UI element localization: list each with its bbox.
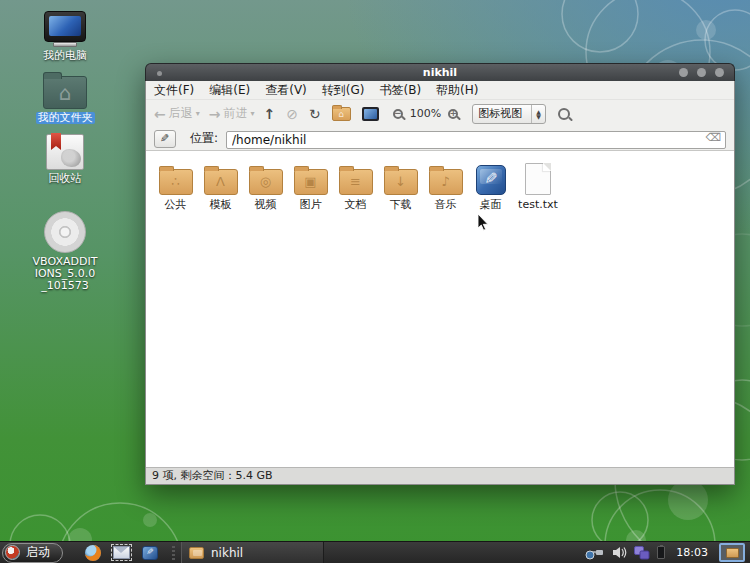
- file-item[interactable]: ✎ 桌面: [468, 159, 513, 211]
- task-button-nikhil[interactable]: nikhil: [181, 542, 324, 563]
- folder-icon: ∴: [159, 169, 193, 195]
- downloads-emblem-icon: ↓: [395, 175, 406, 188]
- menu-go[interactable]: 转到(G): [322, 82, 365, 99]
- zoom-in-button[interactable]: +: [448, 109, 458, 119]
- network-monitor-icon[interactable]: [634, 546, 650, 560]
- taskbar-separator: [172, 546, 175, 560]
- file-name: 公共: [165, 199, 187, 211]
- reload-button[interactable]: ↻: [309, 107, 321, 121]
- home-folder-icon: ⌂: [43, 76, 87, 109]
- recycle-bin-icon: [46, 134, 84, 170]
- file-name: 文档: [345, 199, 367, 211]
- desktop-shortcut-icon: ✎: [476, 165, 506, 195]
- file-view[interactable]: ∴ 公共 Λ 模板 ◎ 视频 ▣ 图片 ≡ 文档: [146, 151, 734, 467]
- location-label: 位置:: [190, 130, 218, 147]
- forward-button[interactable]: → 前进 ▾: [209, 105, 255, 122]
- back-history-dropdown[interactable]: ▾: [196, 109, 200, 118]
- home-button[interactable]: ⌂: [332, 107, 351, 121]
- up-button[interactable]: ↑: [264, 107, 276, 121]
- desktop-pager[interactable]: [719, 543, 745, 562]
- file-item[interactable]: ▣ 图片: [288, 159, 333, 211]
- zoom-level: 100%: [410, 107, 441, 120]
- quick-launch: ✎: [85, 545, 158, 561]
- desktop-icon-my-computer[interactable]: 我的电脑: [31, 11, 99, 62]
- home-icon: ⌂: [338, 108, 344, 118]
- menu-edit[interactable]: 编辑(E): [209, 82, 250, 99]
- desktop-icon-vbox-cd[interactable]: VBOXADDITIONS_5.0.0_101573: [31, 211, 99, 292]
- menu-view[interactable]: 查看(V): [265, 82, 307, 99]
- back-button[interactable]: ← 后退 ▾: [154, 105, 200, 122]
- folder-icon: ▣: [294, 169, 328, 195]
- firefox-launcher-icon[interactable]: [85, 545, 101, 561]
- file-name: 桌面: [480, 199, 502, 211]
- close-button[interactable]: [715, 68, 724, 77]
- network-icon[interactable]: [585, 546, 605, 560]
- back-arrow-icon: ←: [154, 107, 166, 121]
- pencil-emblem-icon: ✎: [484, 171, 497, 187]
- menu-file[interactable]: 文件(F): [154, 82, 194, 99]
- desktop-icon-recycle-bin[interactable]: 回收站: [31, 134, 99, 185]
- music-emblem-icon: ♪: [441, 175, 449, 188]
- start-logo-icon: [5, 545, 20, 560]
- location-input[interactable]: [226, 131, 726, 149]
- file-item[interactable]: ∴ 公共: [153, 159, 198, 211]
- window-title: nikhil: [423, 66, 457, 79]
- menu-bookmarks[interactable]: 书签(B): [379, 82, 421, 99]
- volume-icon[interactable]: [612, 546, 627, 559]
- location-bar: ✎ 位置: ⌫: [146, 127, 734, 151]
- file-item[interactable]: ↓ 下载: [378, 159, 423, 211]
- view-mode-spinner[interactable]: ▲▼: [531, 105, 545, 123]
- file-item[interactable]: ♪ 音乐: [423, 159, 468, 211]
- clear-location-icon[interactable]: ⌫: [705, 131, 721, 144]
- file-name: 图片: [300, 199, 322, 211]
- clock[interactable]: 18:03: [676, 546, 708, 559]
- video-emblem-icon: ◎: [260, 175, 271, 188]
- file-name: 模板: [210, 199, 232, 211]
- view-mode-select[interactable]: 图标视图 ▲▼: [472, 104, 546, 124]
- folder-icon: [189, 547, 204, 559]
- file-item[interactable]: ≡ 文档: [333, 159, 378, 211]
- taskbar: 启动 ✎ nikhil 18: [0, 541, 750, 563]
- maximize-button[interactable]: [697, 68, 706, 77]
- toggle-pathbar-button[interactable]: ✎: [154, 130, 176, 148]
- search-button[interactable]: [558, 108, 570, 120]
- window-titlebar[interactable]: nikhil: [145, 63, 735, 81]
- start-menu-button[interactable]: 启动: [2, 543, 63, 563]
- stop-button[interactable]: ⊘: [286, 107, 298, 121]
- desktop-icon-my-folder[interactable]: ⌂ 我的文件夹: [31, 72, 99, 124]
- desktop-icon-label: 我的电脑: [42, 50, 88, 62]
- documents-emblem-icon: ≡: [350, 175, 361, 188]
- file-item[interactable]: ◎ 视频: [243, 159, 288, 211]
- file-item[interactable]: test.txt: [513, 159, 563, 211]
- file-item[interactable]: Λ 模板: [198, 159, 243, 211]
- text-file-icon: [525, 163, 551, 195]
- templates-emblem-icon: Λ: [216, 175, 225, 188]
- battery-icon[interactable]: [657, 546, 665, 559]
- pictures-emblem-icon: ▣: [304, 175, 316, 188]
- desktop: 我的电脑 ⌂ 我的文件夹 回收站 VBOXADDITIONS_5.0.0_101…: [0, 0, 750, 563]
- window-menu-button[interactable]: [157, 71, 162, 76]
- file-name: 音乐: [435, 199, 457, 211]
- zoom-out-button[interactable]: −: [393, 109, 403, 119]
- mail-launcher-icon[interactable]: [113, 546, 130, 559]
- folder-icon: Λ: [204, 169, 238, 195]
- file-name: test.txt: [518, 199, 558, 211]
- minimize-button[interactable]: [679, 68, 688, 77]
- folder-icon: ≡: [339, 169, 373, 195]
- desktop-button[interactable]: [362, 107, 379, 121]
- folder-icon: [726, 548, 739, 558]
- statusbar: 9 项, 剩余空间：5.4 GB: [146, 467, 734, 484]
- system-tray: 18:03: [585, 543, 750, 562]
- desktop-icon-label: VBOXADDITIONS_5.0.0_101573: [31, 256, 99, 292]
- folder-icon: ↓: [384, 169, 418, 195]
- folder-icon: ◎: [249, 169, 283, 195]
- window-body: 文件(F) 编辑(E) 查看(V) 转到(G) 书签(B) 帮助(H) ← 后退…: [145, 81, 735, 485]
- toolbar: ← 后退 ▾ → 前进 ▾ ↑ ⊘ ↻ ⌂ − 100% + 图标视图: [146, 99, 734, 127]
- desktop-settings-launcher-icon[interactable]: ✎: [142, 546, 158, 560]
- forward-history-dropdown[interactable]: ▾: [250, 109, 254, 118]
- share-emblem-icon: ∴: [171, 175, 179, 188]
- desktop-icon-label: 我的文件夹: [36, 112, 95, 124]
- file-name: 视频: [255, 199, 277, 211]
- menu-help[interactable]: 帮助(H): [436, 82, 478, 99]
- desktop-icon-label: 回收站: [48, 173, 83, 185]
